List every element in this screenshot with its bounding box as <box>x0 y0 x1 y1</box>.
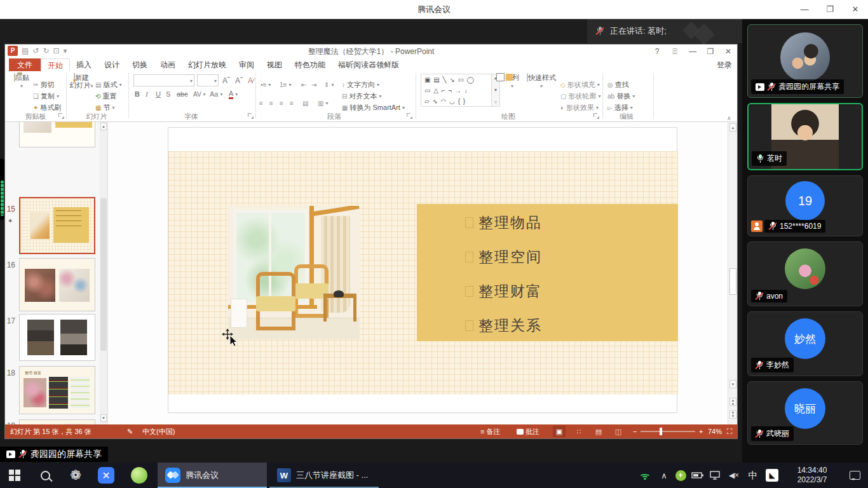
clear-formatting-button[interactable]: A∕ <box>248 76 254 86</box>
bold-button[interactable]: B <box>135 89 140 99</box>
network-tray-icon[interactable] <box>707 463 724 488</box>
slide-bullet[interactable]: 整理财富 <box>465 280 542 302</box>
scroll-up-icon[interactable]: ▲ <box>729 123 736 132</box>
qat-customize-icon[interactable]: ▾ <box>64 46 67 55</box>
format-painter-button[interactable]: ✦格式刷 <box>33 102 61 112</box>
tray-360-icon[interactable]: + <box>672 463 689 488</box>
grow-font-button[interactable]: Aˆ <box>222 76 230 86</box>
slide-bullet[interactable]: 整理空间 <box>465 246 542 268</box>
clock[interactable]: 14:34:402022/3/7 <box>785 463 839 488</box>
zoom-level[interactable]: 74% <box>708 424 722 438</box>
shadow-button[interactable]: S <box>166 89 170 99</box>
next-slide-icon[interactable]: ▼▼ <box>729 410 736 419</box>
ime-language-indicator[interactable]: 中 <box>745 463 761 488</box>
slide-thumbnail-18[interactable]: 整理·财富 <box>19 366 95 414</box>
slide-scrollbar[interactable]: ▲ ▼ ▲▲ ▼▼ <box>728 122 737 424</box>
participant-tile[interactable]: avon <box>747 241 863 306</box>
ribbon-display-options-icon[interactable]: ⍐ <box>666 44 684 58</box>
shapes-gallery[interactable]: ▣ ▤ ╲ ↘ ▭ ◯ ▭ △ ⌐ ¬ → ↓ ▱ ∿ ◠ ◡ { } <box>421 74 492 107</box>
italic-button[interactable]: I <box>146 89 148 99</box>
room-photo[interactable] <box>228 206 360 339</box>
tab-design[interactable]: 设计 <box>98 58 126 71</box>
zoom-slider-thumb[interactable] <box>660 428 662 435</box>
cut-button[interactable]: ✂剪切 <box>33 79 54 90</box>
select-button[interactable]: ▻选择▾ <box>607 102 633 112</box>
tab-special-features[interactable]: 特色功能 <box>288 58 332 71</box>
paste-button[interactable]: 粘贴▾ <box>10 74 33 90</box>
undo-icon[interactable]: ↺ <box>32 46 39 55</box>
slide-bullet[interactable]: 整理物品 <box>465 212 542 233</box>
scroll-down-icon[interactable]: ▼ <box>100 414 107 422</box>
tab-transitions[interactable]: 切换 <box>126 58 154 71</box>
participant-tile[interactable]: 妙然 李妙然 <box>747 311 863 376</box>
ppt-close-icon[interactable]: ✕ <box>719 44 737 58</box>
zoom-in-icon[interactable]: + <box>699 424 703 438</box>
start-button[interactable] <box>0 463 29 488</box>
minimize-icon[interactable]: — <box>792 0 817 19</box>
tab-animations[interactable]: 动画 <box>154 58 182 71</box>
decrease-indent-icon[interactable]: ⇤ <box>301 79 306 90</box>
battery-tray-icon[interactable] <box>689 463 707 488</box>
normal-view-icon[interactable]: ▣ <box>553 426 566 437</box>
justify-icon[interactable]: ≡ <box>290 98 294 108</box>
smartart-button[interactable]: ▦转换为 SmartArt▾ <box>342 102 405 112</box>
align-right-icon[interactable]: ≡ <box>280 98 283 108</box>
columns-button[interactable]: ▥▾ <box>318 98 328 108</box>
slide-bullet[interactable]: 整理关系 <box>465 315 542 336</box>
notes-button[interactable]: ≡ 备注 <box>480 424 500 438</box>
zoom-out-icon[interactable]: − <box>633 424 637 438</box>
scrollbar-thumb[interactable] <box>729 268 736 295</box>
slide-thumbnail-16[interactable] <box>19 258 95 311</box>
reading-view-icon[interactable]: ▤ <box>592 426 605 437</box>
tab-foxit[interactable]: 福昕阅读器领鲜版 <box>332 58 405 71</box>
slide-thumbnail-17[interactable] <box>19 314 95 361</box>
tab-home[interactable]: 开始 <box>41 58 70 71</box>
shape-outline-button[interactable]: ▢形状轮廓▾ <box>560 91 600 101</box>
close-icon[interactable]: ✕ <box>843 0 868 19</box>
spellcheck-icon[interactable]: ✎ <box>127 424 133 438</box>
redo-icon[interactable]: ↻ <box>43 46 49 55</box>
pinned-app-thunder[interactable]: ✕ <box>92 463 121 488</box>
font-dialog-launcher-icon[interactable] <box>248 113 254 119</box>
text-direction-button[interactable]: ↕文字方向▾ <box>342 79 379 90</box>
slide-canvas[interactable]: 整理物品 整理空间 整理财富 整理关系 <box>168 127 677 413</box>
slideshow-view-icon[interactable]: ◫ <box>612 426 625 437</box>
distribute-icon[interactable]: ▤ <box>302 98 308 108</box>
scroll-down-icon[interactable]: ▼ <box>729 380 736 388</box>
restore-icon[interactable]: ❐ <box>817 0 843 19</box>
slide-sorter-view-icon[interactable]: ∷ <box>573 426 585 437</box>
increase-indent-icon[interactable]: ⇥ <box>311 79 316 90</box>
replace-button[interactable]: ab替换▾ <box>607 91 635 101</box>
copy-button[interactable]: ❏复制▾ <box>33 91 59 101</box>
comments-button[interactable]: 批注 <box>517 424 539 438</box>
strikethrough-button[interactable]: abc <box>177 89 188 99</box>
participant-tile-screenshare[interactable]: 龚园园的屏幕共享 <box>747 24 863 98</box>
help-button[interactable]: ? <box>648 44 666 58</box>
ppt-restore-icon[interactable]: ❐ <box>702 44 719 58</box>
wifi-tray-icon[interactable] <box>635 463 654 488</box>
fit-to-window-icon[interactable]: ⛶ <box>727 424 732 438</box>
quick-styles-button[interactable]: 快速样式▾ <box>525 74 558 90</box>
tab-insert[interactable]: 插入 <box>70 58 98 71</box>
underline-button[interactable]: U <box>156 89 161 99</box>
sign-in-link[interactable]: 登录 <box>717 58 732 71</box>
arrange-button[interactable]: 排列▾ <box>501 74 524 90</box>
participant-tile[interactable]: 19 152****6019 <box>747 175 863 236</box>
tray-expand-icon[interactable]: ∧ <box>656 463 672 488</box>
search-button[interactable] <box>31 463 60 488</box>
find-button[interactable]: ◎查找 <box>607 79 629 90</box>
tab-review[interactable]: 审阅 <box>233 58 261 71</box>
ime-mode-icon[interactable]: ◣ <box>763 463 782 488</box>
shape-fill-button[interactable]: ◇形状填充▾ <box>560 79 600 90</box>
font-name-combo[interactable]: ▾ <box>133 74 194 86</box>
zoom-slider[interactable] <box>641 431 695 432</box>
scrollbar-thumb[interactable] <box>100 198 107 351</box>
shape-effects-button[interactable]: ◐形状效果▾ <box>560 102 599 112</box>
slide-thumbnail-19[interactable]: 整理·心境 <box>19 419 95 424</box>
font-color-button[interactable]: A▾ <box>229 89 238 99</box>
pinned-app-browser[interactable] <box>125 463 154 488</box>
new-slide-button[interactable]: 新建 幻灯片▾ <box>69 74 94 90</box>
font-size-combo[interactable]: ▾ <box>197 74 219 86</box>
line-spacing-button[interactable]: ⇕▾ <box>324 79 334 90</box>
taskbar-word-document[interactable]: W 三八节讲座截图 - ... <box>269 463 379 488</box>
